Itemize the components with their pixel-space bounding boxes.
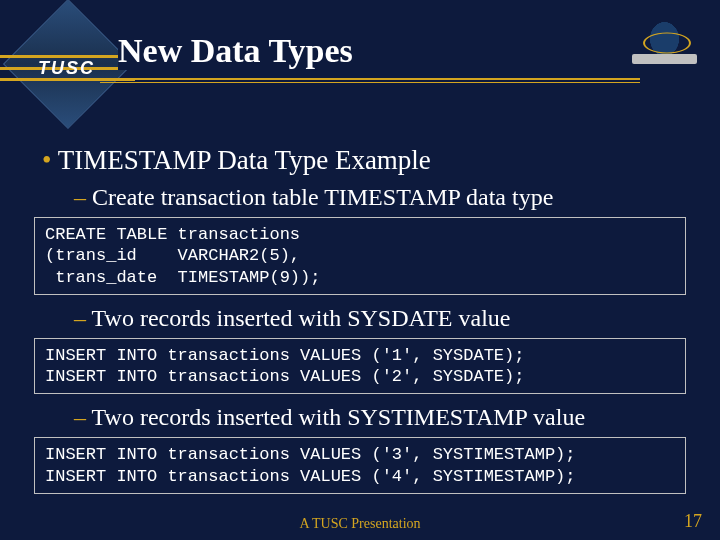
slide-header: TUSC New Data Types [0, 0, 720, 95]
code-block-create: CREATE TABLE transactions (trans_id VARC… [34, 217, 686, 295]
page-number: 17 [684, 511, 702, 532]
footer-text: A TUSC Presentation [0, 516, 720, 532]
bullet-level-2: Two records inserted with SYSDATE value [74, 305, 698, 332]
slide-title: New Data Types [118, 32, 353, 70]
slide-content: TIMESTAMP Data Type Example Create trans… [0, 95, 720, 494]
title-rule [100, 78, 640, 80]
bullet-level-1: TIMESTAMP Data Type Example [42, 145, 698, 176]
title-rule-thin [100, 82, 640, 83]
code-block-insert-systimestamp: INSERT INTO transactions VALUES ('3', SY… [34, 437, 686, 494]
globe-logo-icon [627, 12, 702, 72]
code-block-insert-sysdate: INSERT INTO transactions VALUES ('1', SY… [34, 338, 686, 395]
bullet-level-2: Two records inserted with SYSTIMESTAMP v… [74, 404, 698, 431]
tusc-logo-text: TUSC [38, 58, 95, 79]
bullet-level-2: Create transaction table TIMESTAMP data … [74, 184, 698, 211]
